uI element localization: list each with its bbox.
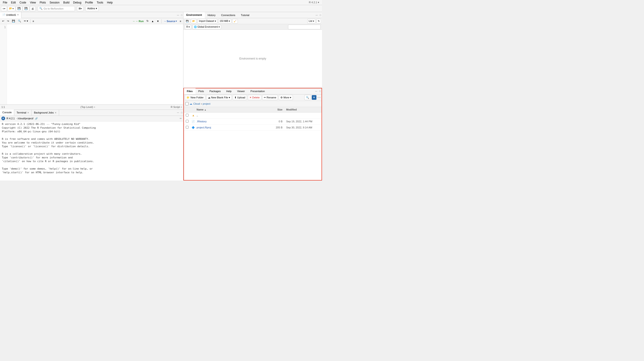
folder-icon: 📂	[9, 7, 12, 10]
save-all-button[interactable]: 💾	[23, 6, 29, 11]
viewer-tab[interactable]: Viewer	[234, 88, 248, 94]
menu-build[interactable]: Build	[62, 1, 71, 5]
editor-options-button[interactable]: ≡	[178, 19, 182, 24]
background-jobs-close[interactable]: ✕	[55, 111, 56, 114]
edit-options-button[interactable]: ✏ ▾	[23, 19, 29, 24]
new-blank-file-button[interactable]: ☁ New Blank File ▾	[206, 95, 232, 100]
plots-tab[interactable]: Plots	[196, 88, 207, 94]
project-label[interactable]: project	[203, 102, 210, 105]
broom-button[interactable]: 🧹	[232, 19, 238, 24]
global-env-button[interactable]: 🌐 Global Environment ▾	[192, 25, 221, 29]
menu-debug[interactable]: Debug	[71, 1, 83, 5]
env-save-button[interactable]: 💾	[184, 19, 190, 24]
env-minimize-button[interactable]: —	[315, 14, 318, 17]
rerun-button[interactable]: ↻	[145, 19, 150, 24]
header-name-col[interactable]: Name ▲	[196, 108, 266, 111]
console-content[interactable]: R version 4.2.1 (2022-06-23) -- "Funny-L…	[0, 121, 183, 181]
environment-tab[interactable]: Environment	[184, 12, 204, 18]
menu-edit[interactable]: Edit	[9, 1, 18, 5]
console-clear-button[interactable]: ✏	[180, 117, 182, 120]
import-dataset-button[interactable]: Import Dataset ▾	[198, 19, 217, 24]
select-all-checkbox[interactable]	[185, 102, 188, 105]
rhistory-link[interactable]: .Rhistory	[196, 120, 206, 123]
files-tab-bar: Files Plots Packages Help Viewer Present…	[184, 88, 322, 94]
source-button[interactable]: → Source ▾	[162, 19, 178, 24]
upload-button[interactable]: ⬆ Upload	[233, 95, 247, 100]
menu-view[interactable]: View	[28, 1, 38, 5]
workspace-button[interactable]: ⊞ ▾	[77, 6, 84, 11]
file-type-indicator[interactable]: R Script ÷	[171, 106, 182, 108]
go-to-file-button[interactable]: 🔍 Go to file/function	[38, 6, 75, 11]
r-dropdown-button[interactable]: R ▾	[185, 25, 191, 29]
cursor-position[interactable]: 1:1	[2, 106, 5, 108]
help-tab[interactable]: Help	[224, 88, 234, 94]
redo-button[interactable]: ↪	[6, 19, 10, 24]
row-name-rproj[interactable]: project.Rproj	[196, 126, 266, 129]
background-jobs-tab[interactable]: Background Jobs ✕	[32, 110, 59, 116]
environment-tab-label: Environment	[186, 14, 202, 16]
menu-session[interactable]: Session	[48, 1, 62, 5]
menu-code[interactable]: Code	[18, 1, 28, 5]
env-search-input[interactable]	[288, 25, 320, 29]
checkbox-rhistory[interactable]	[186, 120, 188, 123]
editor-maximize-button[interactable]: □	[180, 14, 183, 17]
header-modified-col[interactable]: Modified	[284, 108, 322, 111]
editor-minimize-button[interactable]: —	[176, 14, 180, 17]
checkbox-rproj[interactable]	[186, 126, 188, 129]
console-minimize-button[interactable]: —	[176, 111, 180, 114]
row-name-rhistory[interactable]: .Rhistory	[196, 120, 266, 123]
row-name-parent[interactable]: ..	[196, 114, 266, 117]
up-button[interactable]: ▲	[150, 19, 155, 24]
delete-button[interactable]: ✕ Delete	[248, 95, 261, 100]
path-link-icon[interactable]: 🔗	[35, 117, 38, 120]
files-tab[interactable]: Files	[184, 88, 195, 94]
code-section-button[interactable]: ≡	[32, 19, 35, 24]
menu-plots[interactable]: Plots	[38, 1, 48, 5]
connections-tab[interactable]: Connections	[218, 12, 238, 18]
files-search-button[interactable]: 🔍	[304, 95, 311, 100]
menu-tools[interactable]: Tools	[95, 1, 105, 5]
new-file-button[interactable]: + ▾	[1, 6, 7, 11]
console-tab[interactable]: Console	[0, 110, 14, 116]
save-button[interactable]: 💾	[16, 6, 22, 11]
open-file-button[interactable]: 📂 ▾	[8, 6, 15, 11]
rename-button[interactable]: ✏ Rename	[262, 95, 278, 100]
undo-button[interactable]: ↩	[1, 19, 5, 24]
header-size-col[interactable]: Size	[266, 108, 284, 111]
checkbox-parent[interactable]	[186, 114, 188, 117]
files-maximize-button[interactable]: □	[318, 90, 322, 93]
r-version-label[interactable]: R 4.2.1 ▾	[307, 1, 321, 5]
save-script-button[interactable]: 💾	[11, 19, 16, 24]
env-refresh-button[interactable]: ↻	[316, 19, 321, 24]
memory-button[interactable]: 150 MiB ▾	[218, 19, 231, 24]
terminal-tab-close[interactable]: ✕	[27, 111, 29, 114]
presentation-tab[interactable]: Presentation	[248, 88, 268, 94]
packages-tab[interactable]: Packages	[207, 88, 224, 94]
more-button[interactable]: ⚙ More ▾	[279, 95, 293, 100]
cloud-label[interactable]: Cloud	[193, 102, 200, 105]
search-script-button[interactable]: 🔍	[17, 19, 22, 24]
addins-button[interactable]: Addins ▾	[86, 6, 99, 11]
editor-tab-untitled1[interactable]: 📄 Untitled1 ✕	[0, 12, 22, 18]
files-more-options[interactable]: ⋯	[317, 96, 320, 99]
scope-indicator[interactable]: (Top Level) ÷	[80, 106, 95, 108]
console-maximize-button[interactable]: □	[180, 111, 183, 114]
run-button[interactable]: → → Run	[131, 19, 144, 24]
rproj-link[interactable]: project.Rproj	[196, 126, 211, 129]
tutorial-tab[interactable]: Tutorial	[238, 12, 252, 18]
down-button[interactable]: ▼	[156, 19, 160, 24]
files-minimize-button[interactable]: —	[314, 90, 318, 93]
env-load-button[interactable]: 📂	[191, 19, 196, 24]
code-editor[interactable]	[7, 24, 183, 104]
menu-file[interactable]: File	[1, 1, 9, 5]
menu-help[interactable]: Help	[105, 1, 114, 5]
console-output: R version 4.2.1 (2022-06-23) -- "Funny-L…	[2, 122, 181, 174]
env-maximize-button[interactable]: □	[319, 14, 322, 17]
terminal-tab[interactable]: Terminal ✕	[14, 110, 32, 116]
print-button[interactable]: 🖨	[30, 6, 36, 11]
new-folder-button[interactable]: 📁 New Folder	[185, 95, 205, 100]
list-button[interactable]: List ▾	[307, 19, 316, 24]
editor-tab-close[interactable]: ✕	[17, 14, 19, 16]
menu-profile[interactable]: Profile	[83, 1, 95, 5]
history-tab[interactable]: History	[205, 12, 218, 18]
